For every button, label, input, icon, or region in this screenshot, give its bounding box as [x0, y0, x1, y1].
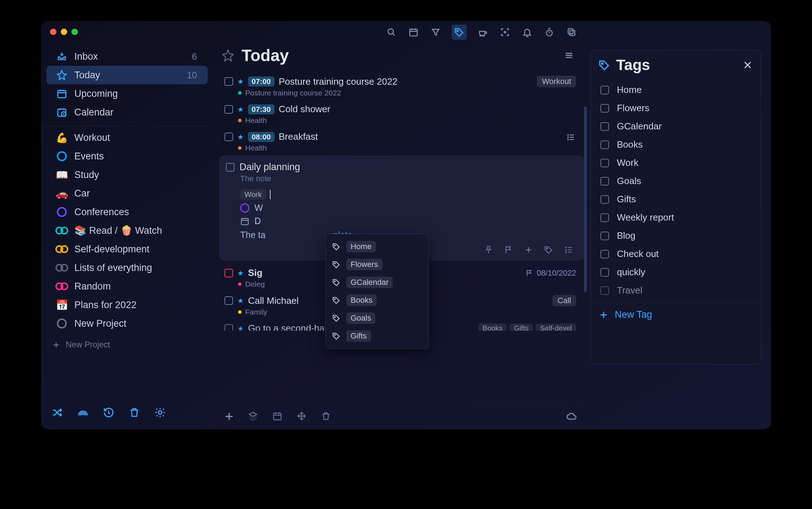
sidebar-item-study[interactable]: 📖 Study — [46, 165, 208, 184]
task-row[interactable]: ★ 07:00 Posture training course 2022 Wor… — [219, 72, 583, 100]
tag-checkbox[interactable] — [600, 104, 609, 113]
tag-icon[interactable] — [544, 245, 554, 255]
trash-icon[interactable] — [128, 406, 141, 419]
tag-list-item[interactable]: Home — [594, 81, 758, 99]
search-icon[interactable] — [385, 26, 397, 38]
tag-list-item[interactable]: GCalendar — [594, 117, 758, 135]
tag-list-item[interactable]: Weekly report — [594, 208, 758, 227]
tag-checkbox[interactable] — [600, 213, 609, 222]
task-tag[interactable]: Self-devel — [536, 323, 576, 331]
task-tag[interactable]: Gifts — [510, 323, 533, 331]
sidebar-item-inbox[interactable]: Inbox 6 — [46, 47, 208, 66]
sidebar-item-today[interactable]: Today 10 — [46, 66, 208, 84]
tag-list-item[interactable]: Blog — [594, 227, 758, 245]
filter-icon[interactable] — [430, 26, 442, 38]
date-picker-row[interactable]: D — [226, 213, 574, 226]
add-task-button[interactable] — [224, 411, 235, 422]
tag-list-item[interactable]: Flowers — [594, 99, 758, 117]
task-note-input[interactable]: The note — [226, 173, 574, 189]
tag-checkbox[interactable] — [600, 140, 609, 149]
task-checkbox[interactable] — [224, 324, 233, 331]
copy-icon[interactable] — [565, 26, 578, 38]
sidebar-item-plans-2022[interactable]: 📅 Plans for 2022 — [46, 296, 208, 314]
tag-checkbox[interactable] — [600, 286, 609, 295]
sidebar-item-lists[interactable]: Lists of everything — [46, 258, 208, 277]
tag-checkbox[interactable] — [600, 86, 609, 94]
tag-list-item[interactable]: Books — [594, 135, 758, 154]
tag-list-item[interactable]: Gifts — [594, 190, 758, 208]
view-options-icon[interactable] — [564, 50, 574, 60]
plus-icon[interactable] — [524, 245, 534, 255]
sidebar-item-new-project[interactable]: New Project — [46, 314, 208, 333]
dropdown-item[interactable]: Gifts — [326, 327, 429, 345]
project-picker-row[interactable]: W — [226, 200, 574, 213]
task-checkbox[interactable] — [224, 105, 233, 114]
tag-list-item[interactable]: Travel — [594, 281, 758, 300]
tag-list-item[interactable]: quickly — [594, 263, 758, 281]
sidebar-item-self-development[interactable]: Self-development — [46, 240, 208, 258]
task-row[interactable]: ★ 07:30 Cold shower Health — [219, 100, 583, 128]
scrollbar-thumb[interactable] — [584, 107, 587, 292]
dropdown-item[interactable]: Flowers — [326, 256, 429, 273]
task-title-input[interactable]: Daily planning — [239, 162, 300, 173]
sidebar-item-calendar[interactable]: Calendar — [46, 103, 208, 122]
tag-checkbox[interactable] — [600, 159, 609, 167]
dropdown-item[interactable]: Home — [326, 238, 429, 256]
new-tag-button[interactable]: New Tag — [590, 303, 761, 326]
tag-checkbox[interactable] — [600, 122, 609, 131]
calendar-icon[interactable] — [407, 26, 420, 38]
task-checkbox[interactable] — [224, 269, 233, 277]
maximize-window-button[interactable] — [71, 29, 78, 35]
tag-checkbox[interactable] — [600, 268, 609, 277]
sidebar-item-events[interactable]: Events — [46, 147, 208, 165]
tag-list-item[interactable]: Work — [594, 154, 758, 172]
tag-checkbox[interactable] — [600, 250, 609, 258]
stopwatch-icon[interactable] — [543, 26, 555, 38]
subtasks-icon[interactable] — [566, 133, 575, 142]
task-tag[interactable]: Workout — [537, 76, 576, 87]
dropdown-item[interactable]: GCalendar — [326, 273, 429, 291]
list-icon[interactable] — [564, 245, 574, 255]
shuffle-icon[interactable] — [51, 406, 64, 419]
tag-input[interactable]: Work — [226, 189, 574, 200]
sidebar-item-read-watch[interactable]: 📚 Read / 🍿 Watch — [46, 221, 208, 240]
tag-checkbox[interactable] — [600, 177, 609, 186]
task-tag[interactable]: Books — [478, 323, 507, 331]
bell-icon[interactable] — [521, 26, 533, 38]
pin-icon[interactable] — [484, 245, 494, 255]
rainbow-icon[interactable] — [76, 406, 89, 419]
new-project-button[interactable]: New Project — [41, 335, 213, 355]
sidebar-item-workout[interactable]: 💪 Workout — [46, 128, 208, 147]
layers-icon[interactable] — [248, 411, 259, 422]
sidebar-item-random[interactable]: Random — [46, 277, 208, 296]
dropdown-item[interactable]: Goals — [326, 309, 429, 327]
focus-icon[interactable] — [499, 26, 511, 38]
tag-checkbox[interactable] — [600, 195, 609, 204]
history-icon[interactable] — [102, 406, 115, 419]
close-panel-button[interactable] — [743, 60, 753, 70]
sidebar-item-conferences[interactable]: Conferences — [46, 203, 208, 221]
task-checkbox[interactable] — [226, 163, 234, 172]
sidebar-item-car[interactable]: 🚗 Car — [46, 184, 208, 203]
task-checkbox[interactable] — [224, 77, 233, 86]
coffee-icon[interactable] — [477, 26, 489, 38]
dropdown-item[interactable]: Books — [326, 291, 429, 309]
task-row[interactable]: ★ 08:00 Breakfast Health — [219, 128, 583, 155]
task-tag[interactable]: Call — [553, 295, 576, 306]
selected-tag-chip[interactable]: Work — [240, 189, 266, 200]
sidebar-item-upcoming[interactable]: Upcoming — [46, 84, 208, 103]
task-checkbox[interactable] — [224, 296, 233, 305]
sync-icon[interactable] — [566, 411, 578, 422]
trash-icon[interactable] — [321, 411, 332, 422]
close-window-button[interactable] — [50, 29, 56, 35]
tag-list-item[interactable]: Check out — [594, 245, 758, 263]
tag-icon[interactable] — [452, 25, 467, 40]
favorite-icon[interactable] — [222, 49, 234, 62]
flag-icon[interactable] — [504, 245, 514, 255]
task-checkbox[interactable] — [224, 133, 233, 141]
tag-checkbox[interactable] — [600, 232, 609, 240]
calendar-icon[interactable] — [272, 411, 284, 422]
minimize-window-button[interactable] — [61, 29, 67, 35]
tag-list-item[interactable]: Goals — [594, 172, 758, 190]
move-icon[interactable] — [297, 411, 308, 422]
